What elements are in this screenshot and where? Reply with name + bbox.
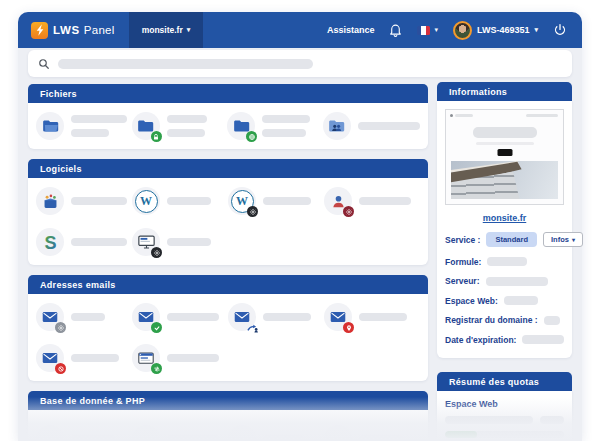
- row-label: Serveur:: [445, 276, 480, 286]
- location-pin-badge-icon: [343, 322, 354, 333]
- informations-card: monsite.fr Service : Standard Infos ▾ Fo…: [437, 101, 572, 358]
- skeleton-line: [71, 129, 109, 137]
- value-skeleton: [487, 257, 527, 266]
- lws-panel-page: LWS Panel monsite.fr ▾ Assistance ▾: [0, 0, 600, 441]
- info-row-serveur: Serveur:: [445, 276, 564, 286]
- item-cutoff[interactable]: [132, 419, 228, 441]
- search-icon: [38, 58, 50, 70]
- wordpress-settings-icon: W: [228, 187, 256, 215]
- section-card: [28, 294, 428, 381]
- info-rows: Service : Standard Infos ▾ Formule:: [445, 232, 564, 345]
- lws-brand: LWS Panel: [18, 12, 115, 48]
- brand-panel-text: Panel: [84, 24, 115, 36]
- site-selector-tab[interactable]: monsite.fr ▾: [129, 12, 204, 48]
- info-row-expiration: Date d'expiration:: [445, 335, 564, 345]
- quota-label: Espace Web: [445, 399, 564, 409]
- item-email-settings[interactable]: [36, 303, 132, 331]
- skeleton-line: [358, 122, 420, 130]
- item-email-block[interactable]: [36, 344, 132, 372]
- quotas-header: Résumé des quotas: [437, 372, 572, 391]
- assistance-link[interactable]: Assistance: [327, 25, 375, 35]
- skeleton-line: [359, 435, 403, 441]
- item-email-location[interactable]: [324, 303, 420, 331]
- skeleton-line: [167, 435, 219, 441]
- lock-badge-icon: [151, 131, 162, 142]
- value-skeleton: [504, 296, 538, 305]
- site-link[interactable]: monsite.fr: [445, 213, 564, 223]
- skeleton-line: [71, 115, 127, 123]
- section-header: Fichiers: [28, 84, 428, 103]
- french-flag-icon: [417, 26, 430, 35]
- item-cutoff[interactable]: [36, 419, 132, 441]
- app-window: LWS Panel monsite.fr ▾ Assistance ▾: [18, 12, 582, 441]
- item-sitebuilder[interactable]: S: [36, 228, 132, 256]
- block-badge-icon: [55, 363, 66, 374]
- php-icon: [228, 425, 256, 441]
- skeleton-line: [167, 238, 211, 246]
- item-folder-open[interactable]: [36, 112, 132, 140]
- infos-dropdown-button[interactable]: Infos ▾: [543, 232, 583, 247]
- item-email-forward[interactable]: [228, 303, 324, 331]
- quota-progress-fill: [445, 431, 477, 438]
- thumb-logo-dot: [450, 114, 453, 117]
- skeleton-line: [167, 313, 219, 321]
- info-row-espace-web: Espace Web:: [445, 296, 564, 306]
- thumb-nav-line: [526, 114, 558, 117]
- topbar: LWS Panel monsite.fr ▾ Assistance ▾: [18, 12, 582, 48]
- skeleton-line: [71, 238, 127, 246]
- search-input[interactable]: [28, 50, 572, 77]
- total-skeleton: [540, 416, 564, 424]
- item-folder-web[interactable]: [227, 112, 323, 140]
- service-standard-badge: Standard: [486, 232, 537, 247]
- skeleton-line: [71, 354, 119, 362]
- item-webmail[interactable]: [132, 344, 228, 372]
- section-fichiers: Fichiers: [28, 84, 428, 149]
- item-folder-protected[interactable]: [132, 112, 228, 140]
- item-screen-settings[interactable]: [132, 228, 228, 256]
- account-menu[interactable]: LWS-469351 ▾: [453, 21, 538, 40]
- skeleton-line: [71, 435, 115, 441]
- site-preview-thumbnail: [445, 109, 564, 205]
- informations-panel: Informations: [437, 82, 572, 358]
- email-settings-icon: [36, 303, 64, 331]
- notifications-bell-icon[interactable]: [389, 23, 402, 37]
- skeleton-line: [167, 197, 211, 205]
- thumb-subheading-skeleton: [476, 142, 534, 145]
- usage-skeleton: [445, 416, 533, 424]
- wordpress-icon: W: [132, 187, 160, 215]
- item-user-settings[interactable]: [324, 187, 420, 215]
- database-icon: [36, 425, 64, 441]
- thumb-button: [497, 149, 512, 156]
- logout-power-icon[interactable]: [553, 23, 567, 37]
- database-icon: [132, 425, 160, 441]
- item-wordpress[interactable]: W: [132, 187, 228, 215]
- skeleton-line: [167, 115, 207, 123]
- item-folder-users[interactable]: [323, 112, 420, 140]
- item-email-check[interactable]: [132, 303, 228, 331]
- language-selector[interactable]: ▾: [417, 26, 438, 35]
- brand-lws-text: LWS: [53, 24, 80, 36]
- section-base-de-donnee-php: Base de donnée & PHP: [28, 391, 428, 441]
- value-skeleton: [544, 316, 560, 325]
- quotas-panel: Résumé des quotas Espace Web: [437, 372, 572, 441]
- gear-badge-icon: [343, 206, 354, 217]
- value-skeleton: [522, 335, 564, 344]
- item-wordpress-manage[interactable]: W: [228, 187, 324, 215]
- row-label: Date d'expiration:: [445, 335, 516, 345]
- value-skeleton: [486, 277, 548, 286]
- skeleton-line: [71, 197, 127, 205]
- item-cutoff[interactable]: [228, 419, 324, 441]
- section-header: Adresses emails: [28, 275, 428, 294]
- gear-badge-icon: [247, 206, 258, 217]
- avatar: [453, 21, 472, 40]
- thumb-heading-skeleton: [473, 127, 537, 138]
- email-location-icon: [324, 303, 352, 331]
- infos-button-label: Infos: [551, 235, 569, 244]
- item-cutoff[interactable]: [324, 419, 420, 441]
- section-header: Logiciels: [28, 159, 428, 178]
- item-auto-installer[interactable]: [36, 187, 132, 215]
- quotas-card: Espace Web: [437, 391, 572, 441]
- section-card: [28, 103, 428, 149]
- section-card: W W: [28, 178, 428, 265]
- section-header: Base de donnée & PHP: [28, 391, 428, 410]
